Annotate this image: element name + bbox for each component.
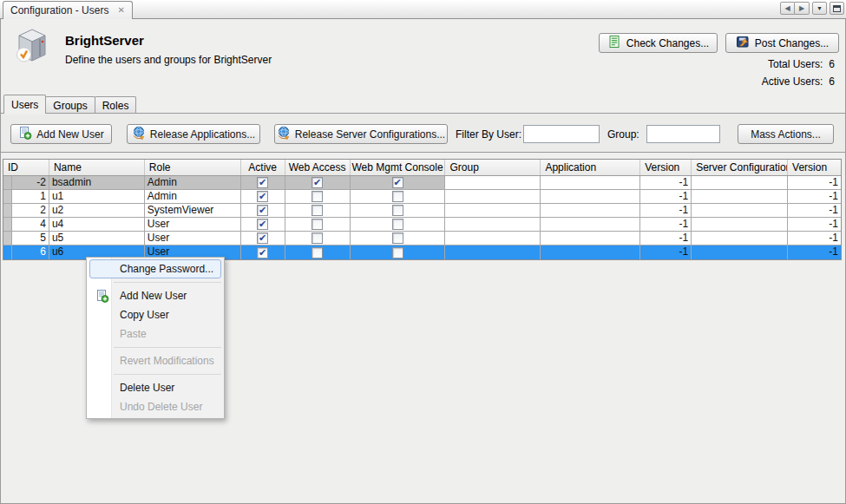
cell-group[interactable] (445, 176, 541, 189)
group-filter-input[interactable] (646, 125, 720, 143)
cell-web-mgmt-console[interactable] (351, 204, 446, 217)
cell-group[interactable] (445, 232, 541, 245)
column-header-active[interactable]: Active (241, 160, 285, 175)
web-mgmt-console-checkbox[interactable] (392, 191, 403, 202)
cell-web-mgmt-console[interactable]: ✔ (351, 176, 446, 189)
cell-web-mgmt-console[interactable] (351, 232, 446, 245)
active-checkbox[interactable]: ✔ (257, 247, 268, 259)
cell-active[interactable]: ✔ (241, 218, 285, 231)
view-menu-dropdown-icon[interactable]: ▼ (812, 2, 827, 15)
cell-version2[interactable]: -1 (788, 245, 841, 259)
cell-server-configuration[interactable] (692, 190, 788, 203)
cell-active[interactable]: ✔ (241, 245, 285, 259)
menu-item-change-password[interactable]: Change Password... (89, 259, 221, 278)
column-header-server-configuration[interactable]: Server Configuration (692, 160, 788, 175)
cell-web-access[interactable] (285, 218, 351, 231)
cell-id[interactable]: 4 (12, 218, 49, 231)
mass-actions-button[interactable]: Mass Actions... (738, 124, 834, 144)
tab-users[interactable]: Users (3, 95, 46, 114)
table-row-bsadmin[interactable]: -2bsadminAdmin✔✔✔-1-1 (3, 176, 841, 190)
web-mgmt-console-checkbox[interactable] (392, 205, 403, 216)
cell-id[interactable]: 1 (12, 190, 49, 203)
table-row-u5[interactable]: 5u5User✔-1-1 (3, 232, 841, 245)
add-new-user-button[interactable]: Add New User (10, 124, 112, 144)
active-checkbox[interactable]: ✔ (257, 219, 268, 230)
column-header-group[interactable]: Group (445, 160, 541, 175)
release-server-configurations-button[interactable]: Release Server Configurations... (274, 124, 448, 144)
cell-web-access[interactable] (285, 245, 351, 259)
row-header[interactable] (3, 190, 12, 203)
web-mgmt-console-checkbox[interactable] (392, 247, 403, 259)
back-arrow-icon[interactable]: ◀ (780, 2, 795, 15)
column-header-version-2[interactable]: Version (788, 160, 841, 175)
cell-web-access[interactable] (285, 190, 351, 203)
web-access-checkbox[interactable] (312, 247, 323, 259)
table-row-u1[interactable]: 1u1Admin✔-1-1 (3, 190, 841, 204)
active-checkbox[interactable]: ✔ (257, 177, 268, 188)
cell-version2[interactable]: -1 (788, 190, 841, 203)
cell-application[interactable] (541, 176, 640, 189)
cell-version[interactable]: -1 (640, 245, 692, 259)
cell-server-configuration[interactable] (692, 204, 788, 217)
editor-tab-configuration-users[interactable]: Configuration - Users ✕ (3, 1, 133, 19)
tab-roles[interactable]: Roles (95, 96, 137, 114)
cell-name[interactable]: u1 (49, 190, 145, 203)
web-access-checkbox[interactable]: ✔ (312, 177, 323, 188)
cell-id[interactable]: 2 (12, 204, 49, 217)
cell-id[interactable]: -2 (12, 176, 49, 189)
column-header-name[interactable]: Name (49, 160, 145, 175)
cell-name[interactable]: u2 (49, 204, 145, 217)
cell-version[interactable]: -1 (640, 218, 692, 231)
cell-version2[interactable]: -1 (788, 218, 841, 231)
cell-id[interactable]: 6 (12, 245, 49, 259)
column-header-web-mgmt-console[interactable]: Web Mgmt Console (351, 160, 446, 175)
cell-role[interactable]: User (145, 218, 241, 231)
cell-role[interactable]: User (145, 232, 241, 245)
tab-groups[interactable]: Groups (45, 96, 95, 114)
column-header-id[interactable]: ID (3, 160, 49, 175)
maximize-icon[interactable] (830, 2, 844, 15)
cell-web-access[interactable] (285, 204, 351, 217)
cell-application[interactable] (541, 204, 640, 217)
web-access-checkbox[interactable] (312, 232, 323, 244)
table-row-u2[interactable]: 2u2SystemViewer✔-1-1 (3, 204, 841, 218)
cell-version[interactable]: -1 (640, 204, 692, 217)
table-row-u4[interactable]: 4u4User✔-1-1 (3, 218, 841, 232)
cell-server-configuration[interactable] (692, 176, 788, 189)
row-header[interactable] (3, 232, 12, 245)
cell-group[interactable] (445, 218, 541, 231)
check-changes-button[interactable]: Check Changes... (599, 33, 718, 53)
active-checkbox[interactable]: ✔ (257, 205, 268, 216)
cell-web-mgmt-console[interactable] (351, 245, 446, 259)
cell-web-access[interactable]: ✔ (285, 176, 351, 189)
web-mgmt-console-checkbox[interactable] (392, 219, 403, 230)
cell-name[interactable]: u5 (49, 232, 145, 245)
post-changes-button[interactable]: Post Changes... (725, 33, 839, 53)
forward-arrow-icon[interactable]: ▶ (795, 2, 810, 15)
cell-server-configuration[interactable] (692, 232, 788, 245)
menu-item-add-new-user[interactable]: Add New User (89, 286, 221, 305)
column-header-version[interactable]: Version (640, 160, 692, 175)
cell-application[interactable] (541, 218, 640, 231)
web-access-checkbox[interactable] (312, 191, 323, 202)
cell-group[interactable] (445, 190, 541, 203)
cell-group[interactable] (445, 204, 541, 217)
cell-version2[interactable]: -1 (788, 176, 841, 189)
cell-active[interactable]: ✔ (241, 232, 285, 245)
menu-item-copy-user[interactable]: Copy User (89, 305, 221, 324)
cell-server-configuration[interactable] (692, 218, 788, 231)
web-mgmt-console-checkbox[interactable]: ✔ (392, 177, 403, 188)
cell-web-access[interactable] (285, 232, 351, 245)
cell-web-mgmt-console[interactable] (351, 218, 446, 231)
cell-version[interactable]: -1 (640, 176, 692, 189)
cell-version[interactable]: -1 (640, 232, 692, 245)
web-access-checkbox[interactable] (312, 205, 323, 216)
column-header-web-access[interactable]: Web Access (285, 160, 351, 175)
release-applications-button[interactable]: Release Applications... (127, 124, 260, 144)
cell-active[interactable]: ✔ (241, 190, 285, 203)
filter-by-user-input[interactable] (523, 125, 600, 143)
cell-version2[interactable]: -1 (788, 232, 841, 245)
cell-version2[interactable]: -1 (788, 204, 841, 217)
row-header[interactable] (3, 245, 12, 259)
cell-name[interactable]: bsadmin (49, 176, 145, 189)
